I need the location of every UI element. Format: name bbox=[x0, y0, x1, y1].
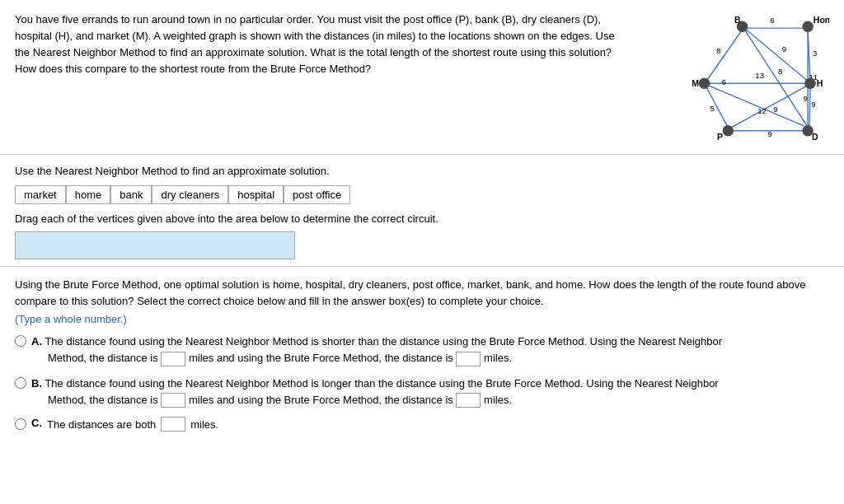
answer-box-a2[interactable] bbox=[456, 352, 481, 366]
vertex-bank[interactable]: bank bbox=[110, 185, 152, 204]
answer-box-b2[interactable] bbox=[456, 393, 481, 408]
svg-text:9: 9 bbox=[773, 105, 777, 114]
radio-b[interactable] bbox=[15, 377, 26, 389]
choice-a-letter: A. bbox=[31, 335, 42, 348]
graph-container: 6 8 9 3 11 13 5 12 9 9 9 8 6 9 B Home M bbox=[640, 12, 829, 146]
svg-text:M: M bbox=[692, 78, 699, 88]
svg-text:8: 8 bbox=[778, 67, 782, 76]
svg-text:6: 6 bbox=[722, 77, 726, 86]
answer-box-c[interactable] bbox=[161, 417, 185, 432]
problem-text: You have five errands to run around town… bbox=[15, 12, 626, 146]
svg-point-30 bbox=[699, 77, 710, 88]
nearest-neighbor-instruction: Use the Nearest Neighbor Method to find … bbox=[15, 165, 829, 177]
answer-box-a1[interactable] bbox=[161, 352, 185, 366]
choice-b-text2: Method, the distance is bbox=[48, 394, 158, 406]
svg-text:13: 13 bbox=[755, 71, 764, 80]
brute-force-description: Using the Brute Force Method, one optima… bbox=[15, 277, 829, 310]
vertex-market[interactable]: market bbox=[15, 185, 66, 204]
choice-a-text2: Method, the distance is bbox=[48, 352, 158, 364]
svg-text:9: 9 bbox=[811, 100, 815, 109]
svg-text:6: 6 bbox=[770, 16, 774, 25]
vertices-row: market home bank dry cleaners hospital p… bbox=[15, 185, 829, 204]
choice-a: A. The distance found using the Nearest … bbox=[15, 334, 829, 366]
graph-svg: 6 8 9 3 11 13 5 12 9 9 9 8 6 9 B Home M bbox=[640, 12, 829, 143]
svg-text:9: 9 bbox=[804, 94, 808, 103]
choice-b-text3: miles and using the Brute Force Method, … bbox=[189, 394, 453, 406]
bottom-section: Using the Brute Force Method, one optima… bbox=[0, 267, 844, 441]
svg-text:B: B bbox=[734, 15, 741, 25]
svg-point-34 bbox=[723, 125, 734, 136]
vertex-dry-cleaners[interactable]: dry cleaners bbox=[152, 185, 228, 204]
vertex-home[interactable]: home bbox=[66, 185, 111, 204]
svg-text:9: 9 bbox=[767, 129, 771, 138]
choice-b-row2: Method, the distance is miles and using … bbox=[48, 392, 719, 408]
top-section: You have five errands to run around town… bbox=[0, 0, 844, 155]
choice-b-text1: The distance found using the Nearest Nei… bbox=[45, 377, 718, 390]
choice-c: C. The distances are both miles. bbox=[15, 417, 829, 433]
answer-box-b1[interactable] bbox=[161, 393, 185, 408]
choice-group: A. The distance found using the Nearest … bbox=[15, 334, 829, 433]
choice-c-text2: miles. bbox=[190, 417, 218, 433]
choice-a-text4: miles. bbox=[484, 352, 512, 364]
drag-instruction: Drag each of the vertices given above in… bbox=[15, 212, 829, 225]
svg-line-8 bbox=[809, 86, 810, 126]
vertex-post-office[interactable]: post office bbox=[284, 185, 350, 204]
problem-description: You have five errands to run around town… bbox=[15, 13, 615, 75]
radio-c[interactable] bbox=[15, 418, 26, 430]
svg-text:P: P bbox=[717, 132, 723, 142]
choice-c-letter: C. bbox=[31, 417, 42, 429]
svg-point-32 bbox=[804, 77, 815, 88]
svg-text:D: D bbox=[812, 132, 818, 142]
svg-point-28 bbox=[802, 21, 813, 31]
drag-drop-area[interactable] bbox=[15, 231, 295, 259]
vertex-hospital[interactable]: hospital bbox=[228, 185, 284, 204]
svg-text:9: 9 bbox=[782, 44, 786, 54]
choice-b-text4: miles. bbox=[484, 394, 512, 406]
choice-a-text1: The distance found using the Nearest Nei… bbox=[45, 335, 722, 348]
radio-a[interactable] bbox=[15, 335, 26, 347]
svg-text:Home: Home bbox=[814, 15, 829, 25]
svg-text:H: H bbox=[817, 78, 823, 88]
svg-line-1 bbox=[706, 30, 743, 82]
svg-text:5: 5 bbox=[710, 104, 715, 113]
svg-text:12: 12 bbox=[757, 106, 767, 115]
choice-a-row2: Method, the distance is miles and using … bbox=[48, 350, 722, 366]
svg-text:8: 8 bbox=[716, 46, 720, 55]
choice-b-letter: B. bbox=[31, 377, 42, 390]
svg-text:3: 3 bbox=[813, 49, 817, 58]
middle-section: Use the Nearest Neighbor Method to find … bbox=[0, 155, 844, 267]
type-note: (Type a whole number.) bbox=[15, 313, 829, 325]
choice-a-text3: miles and using the Brute Force Method, … bbox=[189, 352, 453, 364]
choice-c-text1: The distances are both bbox=[47, 417, 156, 433]
choice-b: B. The distance found using the Nearest … bbox=[15, 376, 829, 408]
svg-line-9 bbox=[731, 86, 807, 128]
